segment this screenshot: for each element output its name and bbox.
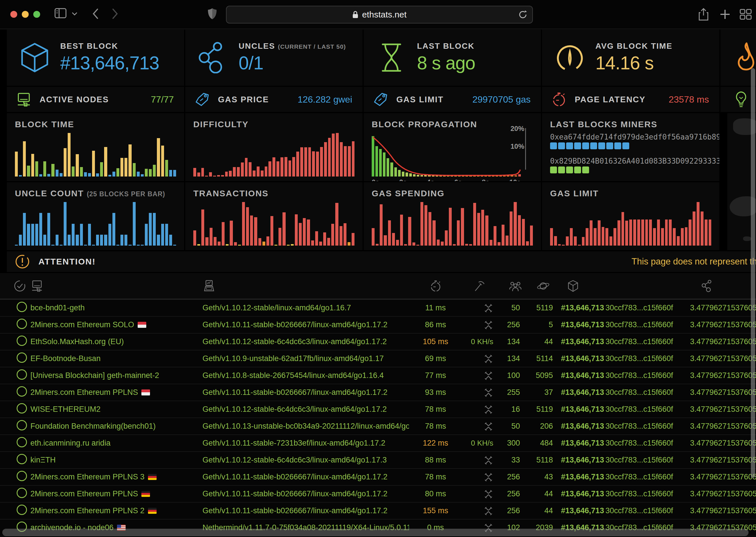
country-flag-sg <box>141 390 150 395</box>
gas_spending-bar <box>417 245 419 246</box>
node-block-hash: 30ccf783...c15f660f <box>605 320 673 329</box>
table-row[interactable]: eth.icanmining.ru aridiaGeth/v1.10.11-st… <box>0 435 756 452</box>
vertical-scrollbar[interactable] <box>751 68 755 478</box>
table-row[interactable]: 2Miners.com Ethereum SOLOGeth/v1.10.11-s… <box>0 317 756 334</box>
difficulty-bar <box>308 147 311 177</box>
window-zoom-button[interactable] <box>33 11 40 18</box>
table-row[interactable]: EF-Bootnode-BusanGeth/v1.10.9-unstable-6… <box>0 351 756 367</box>
gas_spending-bar <box>449 208 452 246</box>
gas_limit-bar <box>574 236 577 246</box>
new-tab-icon[interactable] <box>719 9 731 20</box>
miner-address[interactable]: 0xea674fdde714fd979de3edf0f56aa9716b898e… <box>550 133 719 141</box>
address-bar[interactable]: ethstats.net <box>226 6 533 23</box>
mined-block-square <box>558 143 565 149</box>
country-flag-de <box>148 474 156 480</box>
node-column-icon <box>30 279 202 293</box>
y-tick-20: 20% <box>511 125 524 133</box>
window-close-button[interactable] <box>10 11 17 18</box>
window-minimize-button[interactable] <box>22 11 29 18</box>
transactions-bar <box>352 233 354 246</box>
forward-button[interactable] <box>111 8 119 20</box>
hashrate-value: 0 KH/s <box>471 337 493 346</box>
difficulty-bar <box>352 141 355 177</box>
uncle_count-bar <box>76 235 79 246</box>
difficulty-bar <box>296 151 299 177</box>
status-ring-icon <box>17 386 27 396</box>
block_time-bar <box>104 147 107 177</box>
block_time-bar <box>68 133 70 177</box>
map-landmass <box>743 236 752 241</box>
mined-block-square <box>590 143 597 149</box>
table-row[interactable]: EthSolo.MaxHash.org (EU)Geth/v1.10.12-st… <box>0 334 756 351</box>
node-last-block: #13,646,713 <box>555 337 605 346</box>
uncle-count-chart-panel: UNCLE COUNT (25 BLOCKS PER BAR) <box>7 182 184 250</box>
gas_limit-bar <box>673 228 676 246</box>
table-row[interactable]: 2Miners.com Ethereum PPLNS 2Geth/v1.10.1… <box>0 503 756 519</box>
node-client-version: Geth/v1.10.8-stable-26675454/linux-amd64… <box>202 371 409 380</box>
uncle_count-bar <box>100 235 103 246</box>
node-latency: 78 ms <box>409 422 462 431</box>
status-ring-icon <box>17 369 27 380</box>
node-pending: 5095 <box>522 371 555 380</box>
difficulty-bar <box>229 171 232 177</box>
node-latency: 86 ms <box>409 320 462 329</box>
node-peers: 256 <box>495 489 522 498</box>
gas_spending-bar <box>400 215 403 246</box>
node-mining <box>462 405 495 414</box>
block_time-bar <box>60 173 63 177</box>
horizontal-scrollbar[interactable] <box>2 529 748 536</box>
miners-title: LAST BLOCKS MINERS <box>550 119 657 129</box>
node-table-body: bce-bnd01-gethGeth/v1.10.12-stable/linux… <box>0 300 756 536</box>
node-peers: 100 <box>495 371 522 380</box>
gas_limit-bar <box>613 228 616 246</box>
node-client-version: Geth/v1.10.11-stable-b0266667/linux-amd6… <box>202 506 409 515</box>
reload-button[interactable] <box>518 10 528 20</box>
chevron-down-icon[interactable] <box>71 12 78 16</box>
back-button[interactable] <box>91 8 100 20</box>
difficulty-bar <box>340 142 343 177</box>
status-ring-icon <box>17 352 27 363</box>
gas_spending-bar <box>465 244 468 246</box>
table-row[interactable]: kinΞTHGeth/v1.10.12-stable-6c4dc6c3/linu… <box>0 452 756 469</box>
table-row[interactable]: bce-bnd01-gethGeth/v1.10.12-stable/linux… <box>0 300 756 317</box>
difficulty-bar <box>237 167 240 177</box>
node-peers: 50 <box>495 304 522 312</box>
gas_limit-bar <box>625 221 628 246</box>
table-row[interactable]: WISE-ETHEREUM2Geth/v1.10.12-stable-6c4dc… <box>0 401 756 418</box>
last-blocks-miners-panel: LAST BLOCKS MINERS 0xea674fdde714fd979de… <box>542 113 719 181</box>
last-block-panel: LAST BLOCK 8 s ago <box>364 29 541 86</box>
table-row[interactable]: [Universa Blockchain] geth-mainnet-2Geth… <box>0 367 756 384</box>
tab-overview-icon[interactable] <box>739 9 752 20</box>
gas_spending-bar <box>372 228 375 246</box>
table-row[interactable]: Foundation Benchmarking(bench01)Geth/v1.… <box>0 418 756 435</box>
miner-address[interactable]: 0x829BD824B016326A401d083B33D092293333A8… <box>550 157 719 165</box>
gas_spending-bar <box>424 205 427 246</box>
gas_limit-bar <box>697 202 699 246</box>
block-propagation-chart-panel: BLOCK PROPAGATION 20% 10% 0s2s4s6s8s10s <box>364 113 541 181</box>
status-ring-icon <box>17 488 27 498</box>
gas_limit-bar <box>661 228 664 246</box>
table-row[interactable]: 2Miners.com Ethereum PPLNSGeth/v1.10.11-… <box>0 486 756 503</box>
uncle_count-bar <box>47 213 50 246</box>
block-time-chart <box>15 133 176 177</box>
table-row[interactable]: 2Miners.com Ethereum PPLNSGeth/v1.10.11-… <box>0 384 756 401</box>
transactions-bar <box>238 245 241 246</box>
gas_limit-bar <box>594 228 597 246</box>
privacy-shield-icon[interactable] <box>207 8 217 20</box>
uncle_count-bar <box>35 224 38 246</box>
node-pending: 37 <box>522 388 555 397</box>
node-mining <box>462 422 495 431</box>
transactions-bar <box>214 237 216 246</box>
share-icon[interactable] <box>697 8 710 21</box>
transactions-bar <box>279 228 281 246</box>
status-ring-icon <box>17 420 27 431</box>
gas_spending-bar <box>421 202 423 246</box>
table-row[interactable]: 2Miners.com Ethereum PPLNS 3Geth/v1.10.1… <box>0 469 756 486</box>
node-name: EthSolo.MaxHash.org (EU) <box>30 337 202 346</box>
sidebar-toggle-icon[interactable] <box>54 8 67 19</box>
transactions-bar <box>335 203 338 246</box>
cube-icon <box>19 42 51 73</box>
node-client-version: Geth/v1.10.12-stable-6c4dc6c3/linux-amd6… <box>202 456 409 465</box>
gas_spending-bar <box>485 216 488 246</box>
url-text: ethstats.net <box>362 10 406 20</box>
